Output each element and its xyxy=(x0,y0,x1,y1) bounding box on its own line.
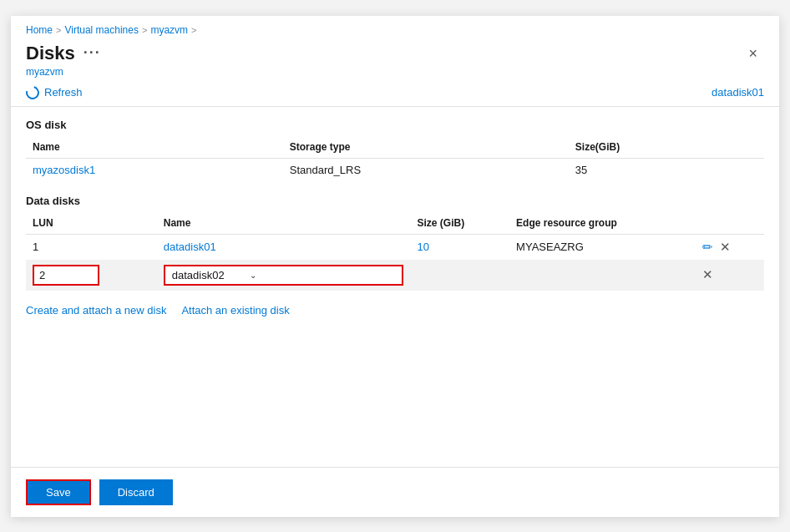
data-disk-1-lun: 1 xyxy=(26,234,157,260)
discard-button[interactable]: Discard xyxy=(99,479,173,505)
breadcrumb-home[interactable]: Home xyxy=(26,24,53,36)
disks-panel: Home > Virtual machines > myazvm > Disks… xyxy=(11,16,779,517)
data-disk-col-edge-rg: Edge resource group xyxy=(509,214,696,235)
title-block: Disks ··· myazvm xyxy=(26,43,101,78)
data-disk-col-name: Name xyxy=(157,214,411,235)
data-disk-col-lun: LUN xyxy=(26,214,157,235)
more-options-dots[interactable]: ··· xyxy=(84,44,101,62)
refresh-button[interactable]: Refresh xyxy=(26,86,83,99)
data-disk-2-name-dropdown-cell: datadisk02 ⌄ xyxy=(157,260,411,291)
os-disk-storage-type: Standard_LRS xyxy=(283,158,569,181)
data-disk-col-size: Size (GiB) xyxy=(410,214,509,235)
os-disk-name[interactable]: myazosdisk1 xyxy=(26,158,283,181)
panel-title-text: Disks xyxy=(26,43,75,64)
os-disk-col-storage: Storage type xyxy=(283,138,569,159)
footer: Save Discard xyxy=(11,467,779,517)
data-disks-section-title: Data disks xyxy=(26,195,764,207)
panel-title-row: Disks ··· xyxy=(26,43,101,64)
breadcrumb-vms[interactable]: Virtual machines xyxy=(64,24,139,36)
refresh-label: Refresh xyxy=(44,86,83,99)
close-button[interactable]: × xyxy=(742,43,764,64)
os-disk-section-title: OS disk xyxy=(26,119,764,131)
breadcrumb-vm[interactable]: myazvm xyxy=(150,24,188,36)
disk-dropdown[interactable]: datadisk02 ⌄ xyxy=(164,265,404,286)
table-row: 2 datadisk02 ⌄ ✕ xyxy=(26,260,764,291)
breadcrumb: Home > Virtual machines > myazvm > xyxy=(11,16,779,39)
breadcrumb-sep-3: > xyxy=(191,25,196,35)
refresh-icon xyxy=(23,84,42,102)
data-disk-1-name[interactable]: datadisk01 xyxy=(157,234,411,260)
os-disk-table: Name Storage type Size(GiB) myazosdisk1 … xyxy=(26,138,764,181)
attach-existing-disk-button[interactable]: Attach an existing disk xyxy=(181,304,289,317)
data-disk-col-actions xyxy=(696,214,764,235)
data-disk-1-size: 10 xyxy=(410,234,509,260)
data-disk-2-lun: 2 xyxy=(26,260,157,291)
os-disk-col-name: Name xyxy=(26,138,283,159)
breadcrumb-sep-2: > xyxy=(142,25,147,35)
os-disk-row: myazosdisk1 Standard_LRS 35 xyxy=(26,158,764,181)
os-disk-col-size: Size(GiB) xyxy=(569,138,764,159)
save-button[interactable]: Save xyxy=(26,479,91,505)
create-new-disk-button[interactable]: Create and attach a new disk xyxy=(26,304,166,317)
datadisk-toolbar-link[interactable]: datadisk01 xyxy=(712,86,764,99)
data-disk-2-size xyxy=(410,260,509,291)
content-area: OS disk Name Storage type Size(GiB) myaz… xyxy=(11,107,779,467)
action-icons-2: ✕ xyxy=(702,267,757,282)
table-row: 1 datadisk01 10 MYASEAZRG ✏ ✕ xyxy=(26,234,764,260)
lun-highlight-box: 2 xyxy=(33,265,99,286)
delete-icon-2[interactable]: ✕ xyxy=(702,267,713,282)
data-disk-1-actions: ✏ ✕ xyxy=(696,234,764,260)
data-disk-2-actions: ✕ xyxy=(696,260,764,291)
delete-icon[interactable]: ✕ xyxy=(720,240,731,255)
panel-subtitle: myazvm xyxy=(26,66,101,78)
toolbar: Refresh datadisk01 xyxy=(11,78,779,107)
edit-icon[interactable]: ✏ xyxy=(702,240,713,255)
panel-header: Disks ··· myazvm × xyxy=(11,39,779,78)
disk-dropdown-value: datadisk02 xyxy=(172,269,225,281)
breadcrumb-sep-1: > xyxy=(56,25,61,35)
os-disk-size: 35 xyxy=(569,158,764,181)
action-icons: ✏ ✕ xyxy=(702,240,757,255)
data-disk-2-edge-rg xyxy=(509,260,696,291)
attach-links: Create and attach a new disk Attach an e… xyxy=(26,304,764,317)
chevron-down-icon: ⌄ xyxy=(250,271,256,280)
data-disk-1-edge-rg: MYASEAZRG xyxy=(509,234,696,260)
data-disks-table: LUN Name Size (GiB) Edge resource group … xyxy=(26,214,764,291)
